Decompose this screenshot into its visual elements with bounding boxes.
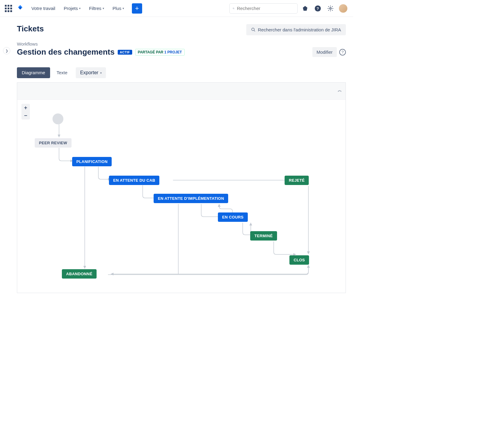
help-icon[interactable]: ? [339,49,346,56]
workflow-title: Gestion des changements [17,47,115,57]
chevron-down-icon: ▾ [100,71,102,75]
search-icon [251,27,256,32]
workflow-start-node[interactable] [53,113,63,124]
node-planification[interactable]: PLANIFICATION [72,157,112,166]
help-icon[interactable]: ? [313,3,323,14]
create-button[interactable]: + [132,3,142,14]
node-clos[interactable]: CLOS [289,255,309,265]
node-en-cours[interactable]: EN COURS [218,212,248,222]
svg-text:?: ? [317,6,319,11]
node-termine[interactable]: TERMINÉ [250,231,277,241]
node-en-attente-du-cab[interactable]: EN ATTENTE DU CAB [109,176,159,185]
admin-search-button[interactable]: Rechercher dans l'administration de JIRA [246,24,346,35]
workflow-canvas-container: ︽ + − [17,82,346,293]
page-title: Tickets [17,24,44,33]
edit-button[interactable]: Modifier [312,47,337,57]
svg-point-5 [251,28,254,31]
export-label: Exporter [80,70,98,75]
sidebar-expand-icon[interactable]: ❯ [3,47,10,54]
nav-label: Plus [113,6,121,11]
zoom-controls: + − [21,104,30,120]
chevron-down-icon: ▾ [103,7,104,10]
jira-logo-icon[interactable] [17,5,24,12]
tab-diagram[interactable]: Diagramme [17,67,50,78]
zoom-out-button[interactable]: − [21,112,30,120]
status-badge-shared[interactable]: PARTAGÉ PAR 1 PROJET [135,49,185,56]
node-abandonne[interactable]: ABANDONNÉ [62,269,97,279]
avatar[interactable] [338,3,348,14]
node-peer-review[interactable]: PEER REVIEW [35,138,72,148]
node-rejete[interactable]: REJETÉ [285,176,309,185]
node-en-attente-implementation[interactable]: EN ATTENTE D'IMPLÉMENTATION [154,194,228,203]
svg-point-4 [330,8,331,9]
status-badge-active: ACTIF [118,50,132,55]
nav-label: Filtres [89,6,101,11]
chevron-down-icon: ▾ [123,7,124,10]
export-button[interactable]: Exporter ▾ [76,67,106,78]
nav-more[interactable]: Plus▾ [110,3,127,13]
svg-point-0 [233,8,234,9]
nav-your-work[interactable]: Votre travail [28,3,58,13]
tab-text[interactable]: Texte [52,67,72,78]
nav-projects[interactable]: Projets▾ [61,3,84,13]
nav-label: Votre travail [31,6,55,11]
settings-icon[interactable] [325,3,336,14]
global-search[interactable] [229,3,298,14]
badge-shared-link: 1 PROJET [164,50,182,54]
collapse-icon[interactable]: ︽ [338,88,342,93]
workflow-canvas[interactable]: + − [17,100,346,293]
badge-shared-prefix: PARTAGÉ PAR [138,50,164,54]
svg-line-6 [254,30,255,31]
app-switcher-icon[interactable] [5,5,12,12]
search-input[interactable] [237,6,294,11]
canvas-header: ︽ [17,83,346,100]
nav-label: Projets [64,6,78,11]
notifications-icon[interactable] [300,3,310,14]
chevron-down-icon: ▾ [79,7,81,10]
svg-line-1 [234,8,234,9]
breadcrumb[interactable]: Workflows [17,41,346,46]
admin-search-label: Rechercher dans l'administration de JIRA [258,27,341,32]
zoom-in-button[interactable]: + [21,104,30,112]
search-icon [233,6,234,11]
nav-filters[interactable]: Filtres▾ [86,3,107,13]
